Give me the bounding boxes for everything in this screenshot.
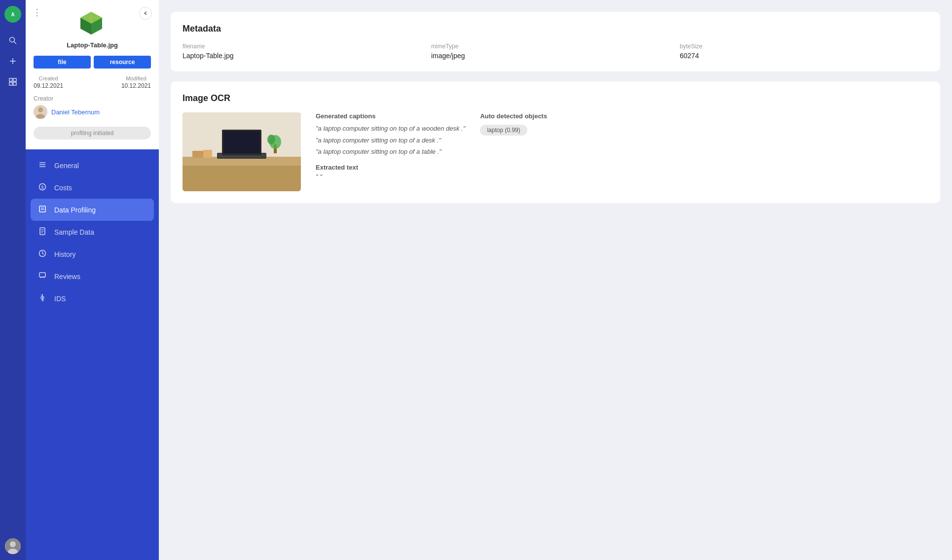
auto-detect-section: Auto detected objects laptop (0.99) (480, 112, 569, 136)
nav-item-data-profiling[interactable]: Data Profiling (31, 199, 154, 221)
bytesize-value: 60274 (680, 52, 928, 60)
ids-icon (37, 294, 47, 303)
created-date: 09.12.2021 (34, 82, 63, 89)
app-logo[interactable]: A (4, 6, 21, 23)
metadata-grid: filename Laptop-Table.jpg mimeType image… (183, 43, 928, 60)
ocr-columns: Generated captions "a laptop computer si… (316, 112, 569, 191)
mimetype-key: mimeType (431, 43, 680, 50)
grid-nav-icon[interactable] (5, 74, 21, 90)
sample-data-icon (37, 227, 47, 237)
data-profiling-icon (37, 205, 47, 214)
dates-row: Created 09.12.2021 Modified 10.12.2021 (34, 75, 151, 89)
svg-text:A: A (11, 12, 14, 17)
left-panel: ⋮ Laptop-Table.jpg file resource C (26, 0, 159, 560)
creator-avatar (34, 105, 47, 119)
svg-rect-8 (9, 82, 12, 85)
history-label: History (54, 250, 76, 258)
svg-rect-35 (39, 273, 45, 277)
caption-2: "a laptop computer sitting on top of a d… (316, 136, 465, 145)
ocr-layout: Generated captions "a laptop computer si… (183, 112, 928, 191)
detect-badge: laptop (0.99) (480, 125, 527, 136)
svg-rect-7 (13, 78, 16, 81)
nav-item-sample-data[interactable]: Sample Data (26, 221, 159, 243)
modified-date-col: Modified 10.12.2021 (121, 75, 151, 89)
file-type-icon (78, 10, 106, 37)
metadata-title: Metadata (183, 24, 928, 34)
svg-point-11 (10, 541, 16, 547)
ocr-captions-section: Generated captions "a laptop computer si… (316, 112, 465, 180)
mimetype-value: image/jpeg (431, 52, 680, 60)
image-ocr-title: Image OCR (183, 93, 928, 104)
extracted-text-value: " " (316, 173, 465, 180)
costs-icon: $ (37, 183, 47, 192)
creator-row: Daniel Tebernum (34, 105, 151, 119)
svg-point-2 (10, 37, 15, 42)
nav-item-ids[interactable]: IDS (26, 287, 159, 310)
data-profiling-label: Data Profiling (54, 206, 96, 214)
creator-name[interactable]: Daniel Tebernum (51, 108, 100, 116)
meta-col-bytesize: byteSize 60274 (680, 43, 928, 60)
modified-label: Modified (121, 75, 151, 81)
nav-item-history[interactable]: History (26, 243, 159, 265)
nav-item-reviews[interactable]: Reviews (26, 265, 159, 287)
ocr-image-inner (183, 112, 301, 191)
more-options-button[interactable]: ⋮ (33, 7, 41, 18)
modified-date: 10.12.2021 (121, 82, 151, 89)
svg-rect-9 (13, 82, 16, 85)
svg-rect-47 (223, 131, 260, 153)
reviews-icon (37, 272, 47, 281)
svg-rect-52 (192, 151, 203, 158)
ids-label: IDS (54, 295, 66, 303)
reviews-label: Reviews (54, 273, 80, 280)
svg-rect-6 (9, 78, 12, 81)
bytesize-key: byteSize (680, 43, 928, 50)
collapse-button[interactable] (139, 7, 152, 20)
meta-col-mimetype: mimeType image/jpeg (431, 43, 680, 60)
svg-rect-53 (203, 150, 212, 158)
file-name-label: Laptop-Table.jpg (67, 41, 118, 49)
file-info-panel: ⋮ Laptop-Table.jpg file resource C (26, 0, 159, 149)
costs-label: Costs (54, 184, 72, 192)
file-tab-button[interactable]: file (34, 56, 91, 69)
meta-col-filename: filename Laptop-Table.jpg (183, 43, 431, 60)
creator-label: Creator (34, 95, 151, 102)
history-icon (37, 249, 47, 259)
add-nav-icon[interactable] (5, 53, 21, 69)
created-label: Created (34, 75, 63, 81)
search-nav-icon[interactable] (5, 33, 21, 48)
metadata-card: Metadata filename Laptop-Table.jpg mimeT… (171, 12, 940, 71)
sample-data-label: Sample Data (54, 228, 94, 236)
nav-item-costs[interactable]: $ Costs (26, 176, 159, 199)
svg-point-50 (267, 135, 275, 144)
auto-detect-title: Auto detected objects (480, 112, 569, 120)
svg-text:$: $ (41, 185, 43, 190)
resource-tab-button[interactable]: resource (94, 56, 151, 69)
extracted-text-label: Extracted text (316, 164, 465, 171)
caption-3: "a laptop computer sitting on top of a t… (316, 147, 465, 157)
filename-value: Laptop-Table.jpg (183, 52, 431, 60)
image-ocr-card: Image OCR (171, 81, 940, 203)
ocr-image (183, 112, 301, 191)
general-label: General (54, 162, 79, 170)
caption-1: "a laptop computer sitting on top of a w… (316, 124, 465, 134)
nav-section: General $ Costs Data Profiling (26, 149, 159, 560)
svg-rect-43 (183, 166, 301, 191)
nav-item-general[interactable]: General (26, 154, 159, 176)
created-date-col: Created 09.12.2021 (34, 75, 63, 89)
svg-rect-27 (39, 206, 45, 212)
svg-line-3 (14, 42, 17, 44)
svg-point-20 (38, 107, 43, 112)
creator-section: Creator Daniel Tebernum (34, 95, 151, 119)
file-resource-tabs: file resource (34, 56, 151, 69)
user-avatar-rail[interactable] (5, 538, 21, 554)
filename-key: filename (183, 43, 431, 50)
general-icon (37, 161, 47, 170)
captions-title: Generated captions (316, 112, 465, 120)
main-content: Metadata filename Laptop-Table.jpg mimeT… (159, 0, 952, 560)
profiling-status-badge: profiling initiated (34, 127, 151, 140)
icon-rail: A (0, 0, 26, 560)
